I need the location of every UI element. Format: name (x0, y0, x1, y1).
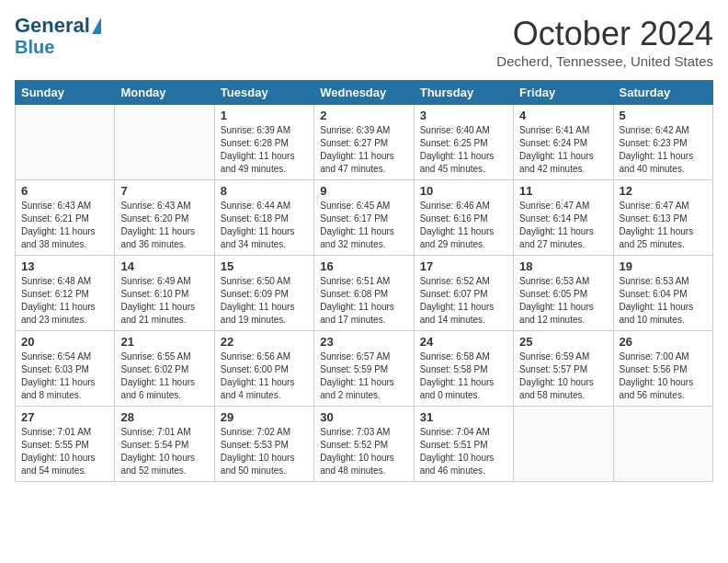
calendar-cell: 18Sunrise: 6:53 AMSunset: 6:05 PMDayligh… (514, 256, 613, 331)
cell-info: Sunrise: 6:40 AMSunset: 6:25 PMDaylight:… (420, 124, 507, 176)
day-number: 31 (420, 410, 507, 424)
calendar-cell: 17Sunrise: 6:52 AMSunset: 6:07 PMDayligh… (414, 256, 513, 331)
day-number: 20 (21, 335, 108, 349)
calendar-cell (613, 407, 712, 482)
day-number: 22 (221, 335, 308, 349)
calendar-week-3: 13Sunrise: 6:48 AMSunset: 6:12 PMDayligh… (16, 256, 713, 331)
calendar-cell: 23Sunrise: 6:57 AMSunset: 5:59 PMDayligh… (314, 331, 414, 407)
day-number: 4 (519, 109, 607, 122)
day-number: 24 (420, 335, 507, 349)
day-number: 2 (320, 109, 407, 122)
calendar-week-1: 1Sunrise: 6:39 AMSunset: 6:28 PMDaylight… (16, 105, 713, 180)
cell-info: Sunrise: 6:43 AMSunset: 6:20 PMDaylight:… (120, 200, 208, 251)
calendar-cell: 28Sunrise: 7:01 AMSunset: 5:54 PMDayligh… (115, 407, 214, 482)
cell-info: Sunrise: 6:54 AMSunset: 6:03 PMDaylight:… (21, 350, 108, 402)
cell-info: Sunrise: 6:57 AMSunset: 5:59 PMDaylight:… (320, 350, 407, 402)
cell-info: Sunrise: 6:44 AMSunset: 6:18 PMDaylight:… (221, 200, 308, 251)
day-number: 28 (120, 410, 208, 424)
calendar-cell: 19Sunrise: 6:53 AMSunset: 6:04 PMDayligh… (613, 256, 712, 331)
calendar-cell: 27Sunrise: 7:01 AMSunset: 5:55 PMDayligh… (16, 407, 115, 482)
cell-info: Sunrise: 6:59 AMSunset: 5:57 PMDaylight:… (519, 350, 607, 402)
calendar-cell: 13Sunrise: 6:48 AMSunset: 6:12 PMDayligh… (16, 256, 115, 331)
calendar-cell: 24Sunrise: 6:58 AMSunset: 5:58 PMDayligh… (414, 331, 513, 407)
day-number: 18 (519, 259, 607, 273)
calendar-cell: 5Sunrise: 6:42 AMSunset: 6:23 PMDaylight… (613, 105, 712, 180)
day-number: 6 (21, 184, 108, 198)
title-area: October 2024 Decherd, Tennessee, United … (496, 15, 713, 69)
cell-info: Sunrise: 6:55 AMSunset: 6:02 PMDaylight:… (120, 350, 208, 402)
cell-info: Sunrise: 6:58 AMSunset: 5:58 PMDaylight:… (420, 350, 507, 402)
logo-blue: Blue (15, 37, 54, 57)
day-number: 17 (420, 259, 507, 273)
day-number: 25 (519, 335, 607, 349)
cell-info: Sunrise: 6:43 AMSunset: 6:21 PMDaylight:… (21, 200, 108, 251)
cell-info: Sunrise: 6:42 AMSunset: 6:23 PMDaylight:… (620, 124, 707, 176)
cell-info: Sunrise: 6:46 AMSunset: 6:16 PMDaylight:… (420, 200, 507, 251)
cell-info: Sunrise: 6:39 AMSunset: 6:27 PMDaylight:… (320, 124, 407, 176)
cell-info: Sunrise: 6:56 AMSunset: 6:00 PMDaylight:… (221, 350, 308, 402)
day-number: 19 (620, 259, 707, 273)
calendar-cell (16, 105, 115, 180)
calendar-week-5: 27Sunrise: 7:01 AMSunset: 5:55 PMDayligh… (16, 407, 713, 482)
calendar-cell: 12Sunrise: 6:47 AMSunset: 6:13 PMDayligh… (613, 180, 712, 256)
cell-info: Sunrise: 6:45 AMSunset: 6:17 PMDaylight:… (320, 200, 407, 251)
logo: General Blue (15, 15, 101, 57)
day-number: 8 (221, 184, 308, 198)
logo-triangle-icon (92, 17, 101, 34)
cell-info: Sunrise: 7:00 AMSunset: 5:56 PMDaylight:… (620, 350, 707, 402)
day-header-monday: Monday (115, 81, 214, 105)
calendar-cell: 21Sunrise: 6:55 AMSunset: 6:02 PMDayligh… (115, 331, 214, 407)
day-number: 26 (620, 335, 707, 349)
cell-info: Sunrise: 6:52 AMSunset: 6:07 PMDaylight:… (420, 275, 507, 327)
calendar-header-row: SundayMondayTuesdayWednesdayThursdayFrid… (16, 81, 713, 105)
month-title: October 2024 (496, 15, 713, 53)
cell-info: Sunrise: 6:47 AMSunset: 6:14 PMDaylight:… (519, 200, 607, 251)
calendar-cell: 31Sunrise: 7:04 AMSunset: 5:51 PMDayligh… (414, 407, 513, 482)
cell-info: Sunrise: 7:04 AMSunset: 5:51 PMDaylight:… (420, 426, 507, 477)
cell-info: Sunrise: 6:48 AMSunset: 6:12 PMDaylight:… (21, 275, 108, 327)
calendar-week-4: 20Sunrise: 6:54 AMSunset: 6:03 PMDayligh… (16, 331, 713, 407)
day-header-saturday: Saturday (613, 81, 712, 105)
calendar-cell: 14Sunrise: 6:49 AMSunset: 6:10 PMDayligh… (115, 256, 214, 331)
calendar-cell: 4Sunrise: 6:41 AMSunset: 6:24 PMDaylight… (514, 105, 613, 180)
cell-info: Sunrise: 6:50 AMSunset: 6:09 PMDaylight:… (221, 275, 308, 327)
calendar-cell: 29Sunrise: 7:02 AMSunset: 5:53 PMDayligh… (214, 407, 313, 482)
calendar-week-2: 6Sunrise: 6:43 AMSunset: 6:21 PMDaylight… (16, 180, 713, 256)
day-number: 5 (620, 109, 707, 122)
calendar-cell: 25Sunrise: 6:59 AMSunset: 5:57 PMDayligh… (514, 331, 613, 407)
day-number: 15 (221, 259, 308, 273)
calendar-cell (115, 105, 214, 180)
calendar-cell: 30Sunrise: 7:03 AMSunset: 5:52 PMDayligh… (314, 407, 414, 482)
calendar-cell: 2Sunrise: 6:39 AMSunset: 6:27 PMDaylight… (314, 105, 414, 180)
logo-general: General (15, 15, 90, 37)
calendar-cell: 15Sunrise: 6:50 AMSunset: 6:09 PMDayligh… (214, 256, 313, 331)
cell-info: Sunrise: 6:49 AMSunset: 6:10 PMDaylight:… (120, 275, 208, 327)
day-number: 21 (120, 335, 208, 349)
day-number: 10 (420, 184, 507, 198)
cell-info: Sunrise: 6:39 AMSunset: 6:28 PMDaylight:… (221, 124, 308, 176)
cell-info: Sunrise: 7:02 AMSunset: 5:53 PMDaylight:… (221, 426, 308, 477)
calendar-cell: 1Sunrise: 6:39 AMSunset: 6:28 PMDaylight… (214, 105, 313, 180)
header: General Blue October 2024 Decherd, Tenne… (15, 15, 713, 69)
calendar-cell: 22Sunrise: 6:56 AMSunset: 6:00 PMDayligh… (214, 331, 313, 407)
day-number: 13 (21, 259, 108, 273)
cell-info: Sunrise: 6:53 AMSunset: 6:04 PMDaylight:… (620, 275, 707, 327)
calendar-cell: 20Sunrise: 6:54 AMSunset: 6:03 PMDayligh… (16, 331, 115, 407)
day-number: 7 (120, 184, 208, 198)
day-number: 1 (221, 109, 308, 122)
calendar-cell: 6Sunrise: 6:43 AMSunset: 6:21 PMDaylight… (16, 180, 115, 256)
cell-info: Sunrise: 6:51 AMSunset: 6:08 PMDaylight:… (320, 275, 407, 327)
cell-info: Sunrise: 7:01 AMSunset: 5:54 PMDaylight:… (120, 426, 208, 477)
day-header-sunday: Sunday (16, 81, 115, 105)
day-number: 12 (620, 184, 707, 198)
day-number: 9 (320, 184, 407, 198)
calendar-cell: 9Sunrise: 6:45 AMSunset: 6:17 PMDaylight… (314, 180, 414, 256)
day-number: 16 (320, 259, 407, 273)
cell-info: Sunrise: 6:47 AMSunset: 6:13 PMDaylight:… (620, 200, 707, 251)
day-header-wednesday: Wednesday (314, 81, 414, 105)
day-number: 14 (120, 259, 208, 273)
calendar-body: 1Sunrise: 6:39 AMSunset: 6:28 PMDaylight… (16, 105, 713, 482)
calendar-cell: 10Sunrise: 6:46 AMSunset: 6:16 PMDayligh… (414, 180, 513, 256)
day-number: 27 (21, 410, 108, 424)
calendar-cell: 26Sunrise: 7:00 AMSunset: 5:56 PMDayligh… (613, 331, 712, 407)
